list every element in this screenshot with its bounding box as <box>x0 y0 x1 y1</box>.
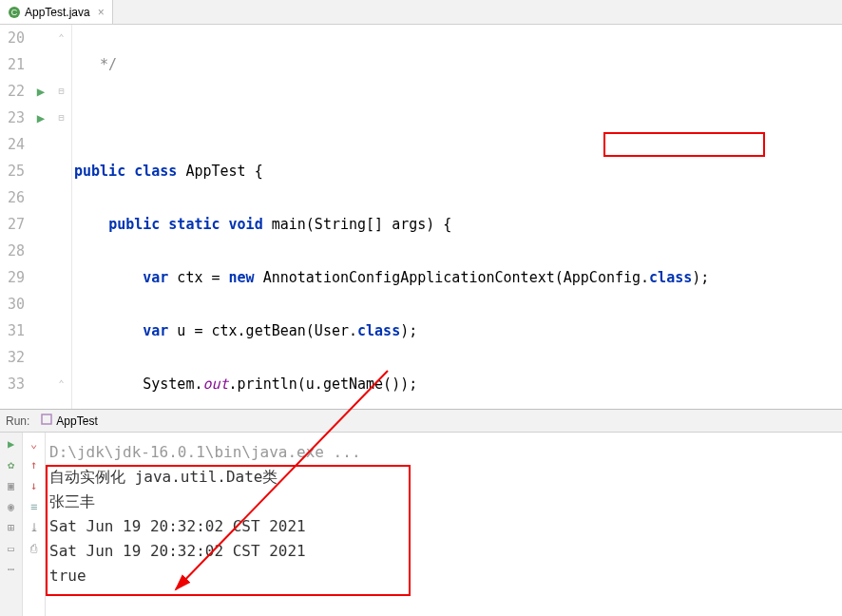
down-icon[interactable]: ↓ <box>27 478 42 493</box>
run-class-icon[interactable]: ▶ <box>30 78 51 105</box>
fold-end-icon[interactable]: ⌃ <box>51 25 71 51</box>
run-toolbar-console: ⌄ ↑ ↓ ≡ ⤓ ⎙ <box>23 433 46 616</box>
run-markers: ▶ ▶ <box>30 25 51 409</box>
java-class-icon: C <box>8 6 21 19</box>
fold-column: ⌃ ⊟ ⊟ ⌃ <box>51 25 72 409</box>
console-line: Sat Jun 19 20:32:02 CST 2021 <box>49 539 838 564</box>
fold-start-icon[interactable]: ⊟ <box>51 78 71 105</box>
editor-tab-bar: C AppTest.java × <box>0 0 842 25</box>
stop-line-icon[interactable]: ⌄ <box>27 436 42 452</box>
run-main-icon[interactable]: ▶ <box>30 105 51 131</box>
up-icon[interactable]: ↑ <box>27 457 42 472</box>
run-header: Run: AppTest <box>0 410 842 433</box>
file-tab-label: AppTest.java <box>25 6 90 19</box>
file-tab-apptest[interactable]: C AppTest.java × <box>0 0 113 24</box>
gutter: 2021222324252627282930313233 ▶ ▶ ⌃ ⊟ ⊟ ⌃ <box>0 25 72 409</box>
console-line: 自动实例化 java.util.Date类 <box>49 465 838 490</box>
layout-icon[interactable]: ⊞ <box>4 520 19 535</box>
svg-text:C: C <box>11 8 18 17</box>
line-numbers: 2021222324252627282930313233 <box>0 25 30 409</box>
console-line: true <box>49 564 838 588</box>
run-body: ▶ ✿ ▣ ◉ ⊞ ▭ ⋯ ⌄ ↑ ↓ ≡ ⤓ ⎙ D:\jdk\jdk-16.… <box>0 433 842 616</box>
console-line: Sat Jun 19 20:32:02 CST 2021 <box>49 514 838 539</box>
run-toolbar-left: ▶ ✿ ▣ ◉ ⊞ ▭ ⋯ <box>0 433 23 616</box>
svg-rect-2 <box>42 414 51 424</box>
fold-start-icon[interactable]: ⊟ <box>51 105 71 131</box>
console-line: 张三丰 <box>49 490 838 514</box>
scroll-icon[interactable]: ⤓ <box>27 520 42 535</box>
rerun-icon[interactable]: ▶ <box>4 436 19 452</box>
console-output[interactable]: D:\jdk\jdk-16.0.1\bin\java.exe ... 自动实例化… <box>46 433 842 616</box>
print-icon[interactable]: ⎙ <box>27 541 42 556</box>
close-icon[interactable]: × <box>98 6 105 19</box>
pin-icon[interactable]: ▣ <box>4 478 19 493</box>
fold-end-icon[interactable]: ⌃ <box>51 371 71 397</box>
softwrap-icon[interactable]: ≡ <box>27 499 42 514</box>
annotation-box-appconfig <box>603 132 765 157</box>
run-config-tab[interactable]: AppTest <box>35 412 103 430</box>
run-title: Run: <box>6 414 29 428</box>
settings-icon[interactable]: ✿ <box>4 457 19 472</box>
camera-icon[interactable]: ◉ <box>4 499 19 514</box>
code-content[interactable]: */ public class AppTest { public static … <box>72 25 842 409</box>
console-command: D:\jdk\jdk-16.0.1\bin\java.exe ... <box>49 440 838 465</box>
filter-icon[interactable]: ▭ <box>4 541 19 556</box>
application-icon <box>41 414 52 428</box>
run-tool-window: Run: AppTest ▶ ✿ ▣ ◉ ⊞ ▭ ⋯ ⌄ ↑ ↓ ≡ ⤓ ⎙ D… <box>0 409 842 616</box>
more-icon[interactable]: ⋯ <box>4 562 19 577</box>
code-editor[interactable]: 2021222324252627282930313233 ▶ ▶ ⌃ ⊟ ⊟ ⌃… <box>0 25 842 409</box>
